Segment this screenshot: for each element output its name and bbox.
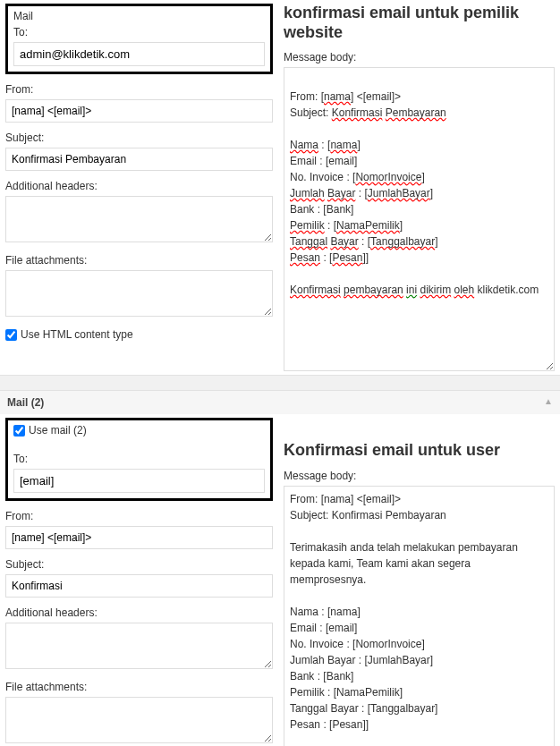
mail1-htmltype-label: Use HTML content type [21,328,133,341]
right2-msg-content: From: [nama] <[email]> Subject: Konfirma… [290,491,548,746]
mail2-subject-input[interactable] [5,574,273,598]
mail1-attach-label: File attachments: [5,254,273,267]
mail1-subject-label: Subject: [5,131,273,144]
mail2-panel-header[interactable]: Mail (2) ▲ [0,391,560,414]
mail1-highlight-box: Mail To: [5,4,273,74]
mail1-from-label: From: [5,83,273,96]
mail2-headers-label: Additional headers: [5,606,273,619]
mail2-usemail-label: Use mail (2) [29,424,87,437]
mail2-attach-label: File attachments: [5,681,273,693]
right2-msg-body[interactable]: From: [nama] <[email]> Subject: Konfirma… [284,486,555,746]
mail1-legend: Mail [13,10,265,22]
mail2-subject-label: Subject: [5,558,273,571]
mail1-headers-label: Additional headers: [5,180,273,192]
mail2-attach-textarea[interactable] [5,697,273,743]
mail1-left: Mail To: From: Subject: Additional heade… [5,4,280,371]
mail2-panel-title: Mail (2) [7,396,44,409]
right2-msg-label: Message body: [284,470,555,482]
mail1-from-input[interactable] [5,99,273,123]
right1-msg-label: Message body: [284,51,555,64]
mail2-to-input[interactable] [13,469,265,493]
mail2-headers-textarea[interactable] [5,623,273,669]
mail2-from-label: From: [5,510,273,522]
mail-section-1: Mail To: From: Subject: Additional heade… [0,0,560,375]
mail2-right: Konfirmasi email untuk user Message body… [280,418,555,746]
mail2-left: Use mail (2) To: From: Subject: Addition… [5,418,280,746]
right2-heading: Konfirmasi email untuk user [284,441,555,461]
section-divider [0,375,560,391]
mail-section-2: Use mail (2) To: From: Subject: Addition… [0,414,560,746]
mail1-right: konfirmasi email untuk pemilik website M… [280,4,555,371]
mail1-attach-textarea[interactable] [5,270,273,317]
mail2-usemail-checkbox[interactable] [13,425,25,437]
collapse-icon[interactable]: ▲ [544,396,553,406]
mail1-subject-input[interactable] [5,148,273,171]
mail1-htmltype-checkbox[interactable] [5,329,17,341]
mail1-to-input[interactable] [13,42,265,66]
mail2-from-input[interactable] [5,526,273,549]
mail1-headers-textarea[interactable] [5,196,273,242]
right1-msg-body[interactable]: From: [nama] <[email]> Subject: Konfirma… [284,67,555,371]
right1-heading: konfirmasi email untuk pemilik website [284,4,555,42]
mail2-highlight-box: Use mail (2) To: [5,418,273,501]
mail2-to-label: To: [13,453,265,465]
mail1-to-label: To: [13,26,265,38]
right1-msg-content: From: [nama] <[email]> Subject: Konfirma… [290,72,548,314]
